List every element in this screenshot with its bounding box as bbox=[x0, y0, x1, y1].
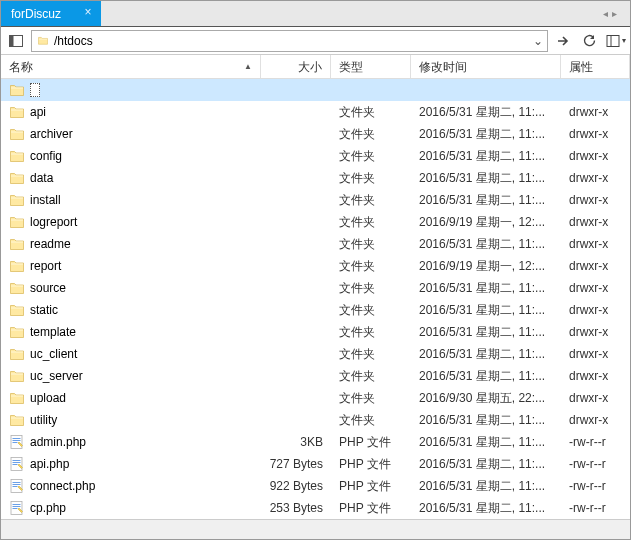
close-icon[interactable]: × bbox=[81, 6, 95, 20]
column-header-size[interactable]: 大小 bbox=[261, 55, 331, 78]
cell-attr: -rw-r--r bbox=[561, 479, 630, 493]
cell-mtime: 2016/5/31 星期二, 11:... bbox=[411, 478, 561, 495]
column-header-name[interactable]: 名称 ▲ bbox=[1, 55, 261, 78]
column-header-mtime[interactable]: 修改时间 bbox=[411, 55, 561, 78]
file-name: archiver bbox=[30, 127, 73, 141]
file-name: api.php bbox=[30, 457, 69, 471]
cell-attr: drwxr-x bbox=[561, 105, 630, 119]
file-name: upload bbox=[30, 391, 66, 405]
cell-type: PHP 文件 bbox=[331, 500, 411, 517]
folder-icon bbox=[9, 280, 25, 296]
cell-mtime: 2016/5/31 星期二, 11:... bbox=[411, 148, 561, 165]
cell-attr: drwxr-x bbox=[561, 171, 630, 185]
column-header-attr[interactable]: 属性 bbox=[561, 55, 630, 78]
file-name: admin.php bbox=[30, 435, 86, 449]
rename-input[interactable] bbox=[30, 83, 40, 97]
table-row[interactable]: archiver文件夹2016/5/31 星期二, 11:...drwxr-x bbox=[1, 123, 630, 145]
cell-mtime: 2016/9/30 星期五, 22:... bbox=[411, 390, 561, 407]
table-row[interactable]: readme文件夹2016/5/31 星期二, 11:...drwxr-x bbox=[1, 233, 630, 255]
table-row[interactable]: install文件夹2016/5/31 星期二, 11:...drwxr-x bbox=[1, 189, 630, 211]
table-row[interactable]: static文件夹2016/5/31 星期二, 11:...drwxr-x bbox=[1, 299, 630, 321]
tab-scroll-right-icon[interactable]: ▸ bbox=[612, 8, 617, 19]
folder-icon bbox=[9, 214, 25, 230]
dropdown-arrow-icon: ▾ bbox=[622, 36, 626, 45]
tab-empty-area bbox=[101, 1, 590, 26]
folder-icon bbox=[9, 192, 25, 208]
status-bar bbox=[1, 519, 630, 539]
column-headers: 名称 ▲ 大小 类型 修改时间 属性 bbox=[1, 55, 630, 79]
sidebar-toggle-button[interactable] bbox=[5, 30, 27, 52]
table-row[interactable]: data文件夹2016/5/31 星期二, 11:...drwxr-x bbox=[1, 167, 630, 189]
cell-size: 253 Bytes bbox=[261, 501, 331, 515]
table-row[interactable]: upload文件夹2016/9/30 星期五, 22:...drwxr-x bbox=[1, 387, 630, 409]
cell-size: 922 Bytes bbox=[261, 479, 331, 493]
php-icon bbox=[9, 500, 25, 516]
go-button[interactable] bbox=[552, 30, 574, 52]
view-mode-button[interactable]: ▾ bbox=[604, 30, 626, 52]
file-name: template bbox=[30, 325, 76, 339]
table-row[interactable]: report文件夹2016/9/19 星期一, 12:...drwxr-x bbox=[1, 255, 630, 277]
file-name: data bbox=[30, 171, 53, 185]
folder-icon bbox=[9, 104, 25, 120]
table-row[interactable]: logreport文件夹2016/9/19 星期一, 12:...drwxr-x bbox=[1, 211, 630, 233]
tab-scroll-left-icon[interactable]: ◂ bbox=[603, 8, 608, 19]
cell-attr: drwxr-x bbox=[561, 259, 630, 273]
table-row[interactable]: template文件夹2016/5/31 星期二, 11:...drwxr-x bbox=[1, 321, 630, 343]
tab-title: forDiscuz bbox=[11, 7, 61, 21]
cell-mtime: 2016/5/31 星期二, 11:... bbox=[411, 192, 561, 209]
refresh-button[interactable] bbox=[578, 30, 600, 52]
cell-type: 文件夹 bbox=[331, 192, 411, 209]
cell-size: 727 Bytes bbox=[261, 457, 331, 471]
tab-bar: forDiscuz × ◂ ▸ bbox=[1, 1, 630, 27]
php-icon bbox=[9, 434, 25, 450]
cell-mtime: 2016/5/31 星期二, 11:... bbox=[411, 170, 561, 187]
cell-type: 文件夹 bbox=[331, 236, 411, 253]
folder-icon bbox=[9, 258, 25, 274]
folder-icon bbox=[9, 170, 25, 186]
cell-mtime: 2016/5/31 星期二, 11:... bbox=[411, 434, 561, 451]
folder-icon bbox=[9, 126, 25, 142]
cell-type: PHP 文件 bbox=[331, 434, 411, 451]
cell-attr: drwxr-x bbox=[561, 281, 630, 295]
file-name: api bbox=[30, 105, 46, 119]
folder-icon bbox=[9, 148, 25, 164]
tab-fordiscuz[interactable]: forDiscuz × bbox=[1, 1, 101, 26]
table-row[interactable]: utility文件夹2016/5/31 星期二, 11:...drwxr-x bbox=[1, 409, 630, 431]
table-row[interactable]: admin.php3KBPHP 文件2016/5/31 星期二, 11:...-… bbox=[1, 431, 630, 453]
cell-type: 文件夹 bbox=[331, 258, 411, 275]
php-icon bbox=[9, 478, 25, 494]
cell-attr: drwxr-x bbox=[561, 215, 630, 229]
table-row[interactable]: cp.php253 BytesPHP 文件2016/5/31 星期二, 11:.… bbox=[1, 497, 630, 519]
table-row[interactable] bbox=[1, 79, 630, 101]
cell-attr: drwxr-x bbox=[561, 369, 630, 383]
cell-mtime: 2016/5/31 星期二, 11:... bbox=[411, 368, 561, 385]
path-input[interactable]: /htdocs ⌄ bbox=[31, 30, 548, 52]
cell-type: 文件夹 bbox=[331, 324, 411, 341]
cell-mtime: 2016/5/31 星期二, 11:... bbox=[411, 412, 561, 429]
file-name: static bbox=[30, 303, 58, 317]
table-row[interactable]: api文件夹2016/5/31 星期二, 11:...drwxr-x bbox=[1, 101, 630, 123]
cell-mtime: 2016/5/31 星期二, 11:... bbox=[411, 126, 561, 143]
file-name: report bbox=[30, 259, 61, 273]
folder-icon bbox=[9, 412, 25, 428]
cell-type: 文件夹 bbox=[331, 126, 411, 143]
column-header-type[interactable]: 类型 bbox=[331, 55, 411, 78]
cell-type: 文件夹 bbox=[331, 280, 411, 297]
cell-mtime: 2016/5/31 星期二, 11:... bbox=[411, 456, 561, 473]
cell-mtime: 2016/5/31 星期二, 11:... bbox=[411, 280, 561, 297]
table-row[interactable]: uc_client文件夹2016/5/31 星期二, 11:...drwxr-x bbox=[1, 343, 630, 365]
chevron-down-icon[interactable]: ⌄ bbox=[533, 34, 543, 48]
cell-mtime: 2016/5/31 星期二, 11:... bbox=[411, 500, 561, 517]
file-list[interactable]: api文件夹2016/5/31 星期二, 11:...drwxr-xarchiv… bbox=[1, 79, 630, 519]
cell-mtime: 2016/9/19 星期一, 12:... bbox=[411, 214, 561, 231]
file-name: utility bbox=[30, 413, 57, 427]
table-row[interactable]: connect.php922 BytesPHP 文件2016/5/31 星期二,… bbox=[1, 475, 630, 497]
cell-mtime: 2016/9/19 星期一, 12:... bbox=[411, 258, 561, 275]
cell-mtime: 2016/5/31 星期二, 11:... bbox=[411, 236, 561, 253]
table-row[interactable]: uc_server文件夹2016/5/31 星期二, 11:...drwxr-x bbox=[1, 365, 630, 387]
table-row[interactable]: config文件夹2016/5/31 星期二, 11:...drwxr-x bbox=[1, 145, 630, 167]
cell-type: 文件夹 bbox=[331, 302, 411, 319]
table-row[interactable]: api.php727 BytesPHP 文件2016/5/31 星期二, 11:… bbox=[1, 453, 630, 475]
file-name: uc_client bbox=[30, 347, 77, 361]
table-row[interactable]: source文件夹2016/5/31 星期二, 11:...drwxr-x bbox=[1, 277, 630, 299]
